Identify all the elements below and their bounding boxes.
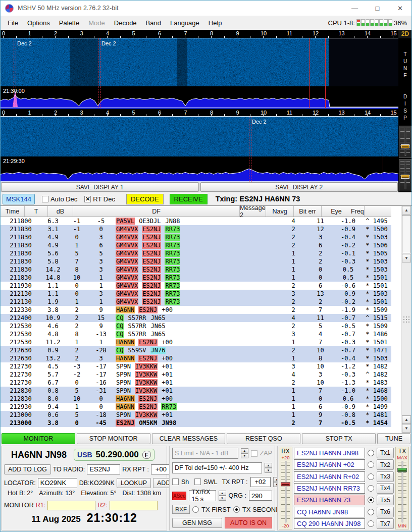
close-button[interactable]: ✕ [389,1,411,16]
table-row[interactable]: 211830 14.8 10 1 GM4VVXES2NJRR73 1 0 0.5… [1,274,391,282]
table-row[interactable]: 212530 4.8 8 -13 CQS57RRJN65 3 4 -0.7 * … [1,330,391,338]
menu-item[interactable]: Language [166,17,204,29]
txrx-period-select[interactable]: TX/RX 15 s [189,490,216,501]
tx-message-field[interactable]: ES2NJ HA6NN 73 [294,495,365,505]
menu-item[interactable]: Decode [110,17,141,29]
action-button[interactable]: STOP MONITOR [77,433,150,444]
table-row[interactable]: 213000 0.6 5 -18 SP9NIV3KKW+01 1 9 -0.8 … [1,411,391,419]
table-row[interactable]: 212130 1.9 1 1 GM4VVXES2NJRR73 2 2 -0.2 … [1,298,391,306]
table-row[interactable]: 212730 4.5 -3 -17 SP9NIV3KKW+01 3 10 -1.… [1,362,391,370]
table-row[interactable]: 211830 14.2 8 3 GM4VVXES2NJRR73 1 0 0.5 … [1,265,391,274]
s-limit-select[interactable]: S Limit - N/A - 1 dB [172,448,238,459]
table-row[interactable]: 212130 1.1 0 3 GM4VVXES2NJRR73 3 13 -0.9… [1,290,391,298]
tx-select-radio[interactable] [368,497,374,503]
tx-message-field[interactable]: ES2NJ HA6NN JN98 [294,448,365,458]
table-scrollbar[interactable]: ▲ ▼ ▲ ▼ [401,206,411,433]
tx-select-radio[interactable] [368,473,374,480]
tx-select-radio[interactable] [368,461,374,468]
rx-rpt-input[interactable] [151,464,171,474]
tx-send-button[interactable]: Tx1 [377,448,394,458]
table-row[interactable]: 212530 4.6 2 9 CQS57RRJN65 2 5 -0.5 * 15… [1,322,391,330]
mode-msk144-button[interactable]: MSK144 [3,194,35,204]
table-row[interactable]: 212630 0.9 2 -28 CQS59SVJN76 2 10 -0.7 *… [1,346,391,354]
table-row[interactable]: 211830 4.9 0 3 GM4VVXES2NJRR73 2 3 -0.4 … [1,233,391,241]
tx-message-field[interactable]: ES2NJ HA6NN +02 [294,459,365,470]
table-row[interactable]: 212330 3.8 2 9 HA6NNES2NJ+00 2 7 -1.9 * … [1,306,391,314]
rx-level-slider[interactable] [281,461,290,522]
tx-send-button[interactable]: Tx7 [377,518,394,529]
auto-dec-checkbox[interactable] [42,196,48,202]
rxf-button[interactable]: RXF [172,505,190,514]
tx-first-radio[interactable] [192,506,199,513]
table-row[interactable]: 212730 6.7 0 -16 SP9NIV3KKW+01 2 10 -1.3… [1,379,391,387]
column-header[interactable]: Navg [266,206,294,217]
menu-item[interactable]: Options [23,17,55,29]
save-display-1-button[interactable]: SAVE DISPLAY 1 [1,182,199,192]
tx-send-button[interactable]: Tx4 [377,483,394,494]
table-row[interactable]: 212530 11.2 1 1 HA6NNES2NJ+00 1 7 -0.3 *… [1,338,391,346]
txrx-spinner[interactable]: ▲▼ [219,491,226,501]
sh-checkbox[interactable] [172,478,179,485]
rt-dec-checkbox-group[interactable]: ✕ RT Dec [84,195,115,203]
gen-msg-button[interactable]: GEN MSG [172,518,222,528]
table-row[interactable]: 212930 9.4 1 0 HA6NNES2NJRR73 1 6 -0.9 *… [1,403,391,411]
maximize-button[interactable]: □ [366,1,389,16]
tune-label[interactable]: TUNE [402,46,412,85]
tx-select-radio[interactable] [368,450,374,456]
tx-select-radio[interactable] [368,520,374,527]
column-header[interactable]: dB [48,206,73,217]
scroll-down-button[interactable]: ▼ [402,254,411,262]
column-header[interactable]: Time [1,206,25,217]
table-row[interactable]: 212400 10.9 2 15 CQS57RRJN65 4 11 -0.7 ^… [1,314,391,322]
table-row[interactable]: 212630 13.2 2 3 HA6NNES2NJ+00 1 8 -0.4 *… [1,354,391,362]
df-tol-select[interactable]: DF Tol def=150 +/- 400 Hz [172,462,262,473]
waterfall-contrast-slider[interactable] [399,159,411,191]
locator-input[interactable] [38,478,77,488]
tx-message-field[interactable]: ES2NJ HA6NN RR73 [294,483,365,494]
scroll-up-button-2[interactable]: ▲ [402,415,411,424]
table-row[interactable]: 212830 8.0 10 0 HA6NNES2NJ+00 1 0 0.6 * … [1,395,391,403]
r1-input[interactable] [47,501,95,510]
qrg-input[interactable] [249,491,272,501]
action-button[interactable]: TUNE [377,433,410,444]
table-row[interactable]: 211930 1.1 0 1 GM4VVXES2NJRR73 2 6 -0.6 … [1,282,391,290]
action-button[interactable]: STOP TX [302,433,376,444]
scroll-up-button[interactable]: ▲ [402,206,411,215]
tx-send-button[interactable]: Tx5 [377,495,394,505]
zap-checkbox[interactable] [251,450,258,457]
table-row[interactable]: 212730 5.7 -2 -17 SP9NIV3KKW+01 4 3 -0.3… [1,370,391,379]
tx-rpt-input[interactable] [250,477,271,487]
df-tol-spinner[interactable]: ▲▼ [265,463,272,473]
tx-message-field[interactable]: CQ HA6NN JN98 [294,507,365,517]
decode-button[interactable]: DECODE [126,194,164,204]
tx-second-radio[interactable] [233,506,240,513]
auto-is-on-button[interactable]: AUTO IS ON [225,517,272,528]
tx-message-field[interactable]: ES2NJ HA6NN R+02 [294,471,365,482]
column-header[interactable]: Message 2 [240,206,266,217]
waterfall-2[interactable] [1,117,398,156]
table-row[interactable]: 211830 5.8 7 3 GM4VVXES2NJRR73 1 2 -0.3 … [1,257,391,265]
column-header[interactable]: Eye [322,206,351,217]
tx-message-field[interactable]: CQ 290 HA6NN JN98 [294,518,365,529]
splitter-grip[interactable] [403,316,410,323]
save-display-2-button[interactable]: SAVE DISPLAY 2 [200,182,398,192]
table-row[interactable]: 211830 3.1 -1 0 GM4VVXES2NJRR73 2 12 -0.… [1,225,391,233]
to-radio-input[interactable] [87,464,120,474]
minimize-button[interactable]: — [343,1,366,16]
column-header[interactable]: Bit err [294,206,322,217]
column-header[interactable]: Freq [351,206,365,217]
display-1[interactable]: 21:30:00 Dec 2 Dec 2 [1,38,398,108]
table-row[interactable]: 211830 4.9 1 6 GM4VVXES2NJRR73 2 6 -0.2 … [1,241,391,249]
r2-input[interactable] [110,501,158,510]
menu-item[interactable]: Mode [84,17,110,29]
action-button[interactable]: CLEAR MESSAGES [152,433,226,444]
waterfall-gain-slider[interactable] [399,126,411,158]
waterfall-1[interactable] [1,38,398,86]
s-limit-spinner[interactable]: ▲▼ [241,448,248,458]
scroll-down-button-2[interactable]: ▼ [402,424,411,433]
action-button[interactable]: MONITOR [2,433,75,444]
f-button[interactable]: F [142,451,151,459]
table-row[interactable]: 211830 5.6 5 5 GM4VVXES2NJRR73 1 2 -0.1 … [1,249,391,257]
action-button[interactable]: RESET QSO [227,433,300,444]
menu-item[interactable]: File [3,17,23,29]
